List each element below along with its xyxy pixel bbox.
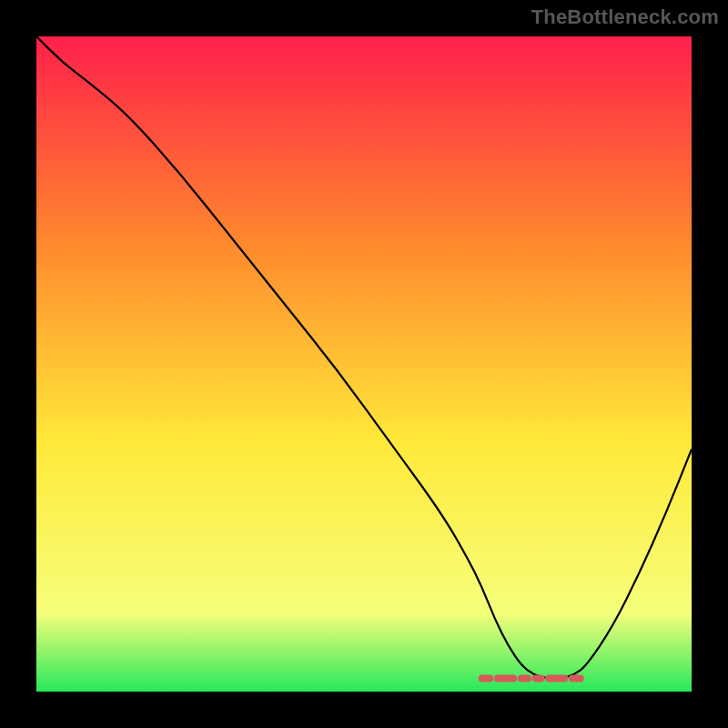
plot-area [36,36,692,692]
gradient-background [36,36,692,692]
attribution-label: TheBottleneck.com [531,5,719,29]
chart-frame: TheBottleneck.com [0,0,728,728]
bottleneck-chart [36,36,692,692]
